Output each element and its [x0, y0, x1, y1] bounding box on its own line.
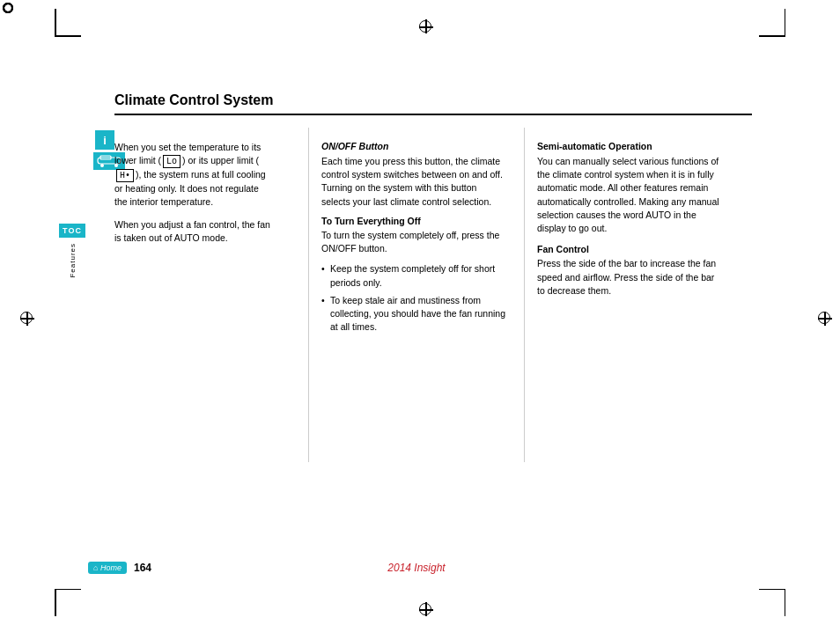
fan-control-heading: Fan Control: [537, 244, 722, 254]
to-turn-heading: To Turn Everything Off: [321, 216, 506, 226]
middle-column: ON/OFF Button Each time you press this b…: [321, 141, 506, 338]
trim-line: [759, 35, 785, 37]
semi-auto-heading: Semi-automatic Operation: [537, 141, 722, 151]
column-divider-2: [524, 128, 525, 462]
left-para-1: When you set the temperature to its lowe…: [114, 141, 273, 210]
info-icon: i: [95, 130, 114, 150]
home-badge[interactable]: ⌂ Home: [88, 562, 127, 574]
on-off-body: Each time you press this button, the cli…: [321, 155, 506, 209]
trim-line: [759, 589, 785, 591]
trim-line: [55, 35, 81, 37]
trim-line: [785, 9, 786, 35]
bullet-item: Keep the system completely off for short…: [321, 262, 506, 289]
svg-point-2: [100, 164, 104, 167]
features-label: Features: [69, 243, 77, 278]
page: Climate Control System i TOC Features Wh…: [0, 0, 840, 625]
left-para-2: When you adjust a fan control, the fan i…: [114, 218, 273, 245]
toc-badge[interactable]: TOC: [59, 224, 85, 238]
trim-line: [55, 9, 56, 35]
right-column: Semi-automatic Operation You can manuall…: [537, 141, 722, 305]
column-divider-1: [308, 128, 309, 462]
on-off-heading: ON/OFF Button: [321, 141, 506, 151]
bullet-item: To keep stale air and mustiness from col…: [321, 294, 506, 335]
bullet-list: Keep the system completely off for short…: [321, 262, 506, 334]
page-number: 164: [134, 562, 151, 574]
toc-sidebar[interactable]: TOC Features: [63, 211, 81, 290]
footer-title: 2014 Insight: [387, 562, 445, 574]
to-turn-body: To turn the system completely off, press…: [321, 229, 506, 255]
trim-line: [785, 590, 786, 616]
home-icon: ⌂: [93, 563, 98, 572]
trim-line: [55, 589, 81, 591]
trim-line: [55, 590, 56, 616]
fan-control-body: Press the side of the bar to increase th…: [537, 257, 722, 298]
page-title: Climate Control System: [114, 92, 273, 107]
footer: ⌂ Home 164 2014 Insight: [88, 562, 752, 574]
footer-left: ⌂ Home 164: [88, 562, 151, 574]
home-label: Home: [100, 563, 122, 572]
title-area: Climate Control System: [114, 92, 752, 128]
semi-auto-body: You can manually select various function…: [537, 155, 722, 235]
left-column: When you set the temperature to its lowe…: [114, 141, 273, 254]
